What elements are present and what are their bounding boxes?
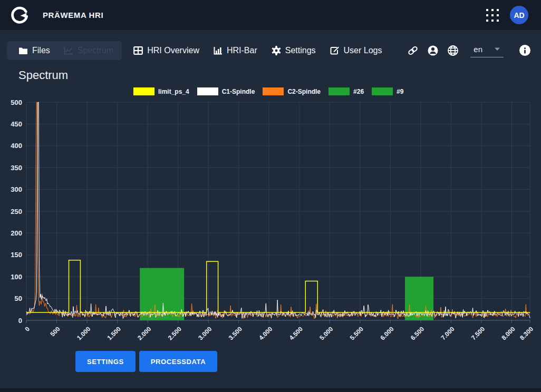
legend-item[interactable]: limit_ps_4 [133, 87, 189, 95]
legend-label: C2-Spindle [287, 88, 321, 95]
info-button[interactable] [519, 45, 530, 56]
spectrum-chart[interactable]: 05001.0001.5002.0002.5003.0003.5004.0004… [0, 98, 541, 348]
legend-swatch [197, 87, 218, 95]
app-window: PRÄWEMA HRI AD Files [0, 0, 541, 392]
x-tick-label: 8.300 [518, 325, 535, 341]
info-icon [523, 47, 527, 54]
folder-icon [18, 46, 28, 55]
globe-icon [447, 45, 459, 56]
tab-user-logs[interactable]: User Logs [330, 46, 382, 55]
x-tick-label: 7.000 [439, 325, 456, 341]
legend-item[interactable]: C2-Spindle [263, 87, 321, 95]
y-tick-label: 350 [11, 164, 22, 172]
avatar[interactable]: AD [510, 6, 528, 24]
tab-label: Files [32, 46, 50, 55]
tab-label: User Logs [344, 46, 382, 55]
y-tick-label: 300 [11, 185, 22, 193]
x-tick-label: 8.000 [500, 325, 516, 341]
x-tick-label: 3.500 [227, 325, 244, 341]
legend-item[interactable]: #26 [329, 87, 364, 95]
x-tick-label: 2.000 [136, 325, 152, 341]
series-c1-spindle [26, 102, 530, 319]
x-tick-label: 5.500 [349, 325, 365, 341]
series-c2-spindle [26, 102, 530, 319]
praewema-logo-icon [11, 6, 28, 24]
table-grid-icon [133, 46, 143, 55]
legend-label: limit_ps_4 [158, 88, 189, 95]
x-tick-label: 1.000 [75, 325, 92, 341]
settings-button[interactable]: SETTINGS [75, 351, 136, 372]
y-tick-label: 50 [15, 295, 22, 302]
x-tick-label: 4.500 [288, 325, 304, 341]
y-tick-label: 500 [11, 99, 22, 106]
y-tick-label: 400 [11, 142, 22, 150]
y-tick-label: 250 [11, 208, 22, 215]
legend-label: #9 [397, 88, 403, 95]
legend-item[interactable]: #9 [372, 87, 403, 95]
user-circle-icon [427, 45, 439, 56]
legend-swatch [329, 87, 350, 95]
chart-canvas[interactable]: 05001.0001.5002.0002.5003.0003.5004.0004… [0, 98, 541, 348]
globe-button[interactable] [447, 45, 459, 56]
language-value: en [474, 45, 482, 54]
line-chart-icon [64, 46, 73, 55]
y-tick-label: 200 [11, 229, 22, 237]
app-header: PRÄWEMA HRI AD [0, 0, 541, 30]
language-select[interactable]: en [470, 44, 504, 57]
tab-label: HRI Overview [147, 46, 199, 55]
x-tick-label: 5.000 [318, 325, 334, 341]
y-tick-label: 0 [18, 317, 22, 325]
x-tick-label: 6.000 [379, 325, 395, 341]
x-tick-label: 3.000 [197, 325, 213, 341]
tab-hri-bar[interactable]: HRI-Bar [214, 46, 257, 55]
x-tick-label: 4.000 [257, 325, 274, 341]
tab-label: HRI-Bar [227, 46, 257, 55]
legend-item[interactable]: C1-Spindle [197, 87, 255, 95]
action-bar: SETTINGS PROCESSDATA [75, 351, 217, 372]
link-button[interactable] [407, 45, 419, 56]
x-tick-label: 2.500 [167, 325, 183, 341]
x-tick-label: 1.500 [106, 325, 122, 341]
bar-chart-icon [214, 46, 223, 55]
gridlines [26, 102, 530, 320]
processdata-button[interactable]: PROCESSDATA [139, 351, 217, 372]
apps-grid-button[interactable] [484, 7, 501, 24]
x-tick-label: 6.500 [409, 325, 426, 341]
tab-hri-overview[interactable]: HRI Overview [133, 46, 199, 55]
apps-grid-icon [486, 8, 499, 22]
x-tick-label: 7.500 [470, 325, 486, 341]
chart-legend: limit_ps_4C1-SpindleC2-Spindle#26#9 [133, 87, 403, 95]
legend-label: C1-Spindle [222, 88, 255, 95]
legend-label: #26 [353, 88, 364, 95]
legend-swatch [133, 87, 154, 95]
legend-swatch [263, 87, 284, 95]
x-tick-label: 500 [49, 325, 62, 338]
y-tick-label: 100 [11, 273, 22, 281]
app-title: PRÄWEMA HRI [43, 11, 103, 19]
caret-down-icon [494, 47, 500, 51]
x-axis-labels: 05001.0001.5002.0002.5003.0003.5004.0004… [23, 320, 535, 341]
user-button[interactable] [427, 45, 439, 56]
tab-settings[interactable]: Settings [272, 46, 316, 55]
edit-icon [330, 46, 340, 55]
legend-swatch [372, 87, 393, 95]
gear-icon [272, 46, 281, 55]
tab-group-files-spectrum: Files Spectrum [7, 41, 122, 60]
tab-label: Settings [285, 46, 316, 55]
y-tick-label: 450 [11, 120, 22, 128]
link-chain-icon [407, 45, 419, 56]
tab-files[interactable]: Files [18, 46, 50, 55]
series-limit-line [26, 260, 530, 312]
footer-strip [0, 388, 541, 392]
x-tick-label: 0 [23, 325, 31, 333]
tab-spectrum[interactable]: Spectrum [64, 46, 113, 55]
tab-label: Spectrum [78, 46, 113, 55]
y-tick-label: 150 [11, 251, 22, 259]
page-title: Spectrum [18, 68, 68, 82]
y-axis-labels: 050100150200250300350400450500 [11, 99, 22, 325]
nav-bar: Files Spectrum HRI Overview [0, 37, 541, 64]
